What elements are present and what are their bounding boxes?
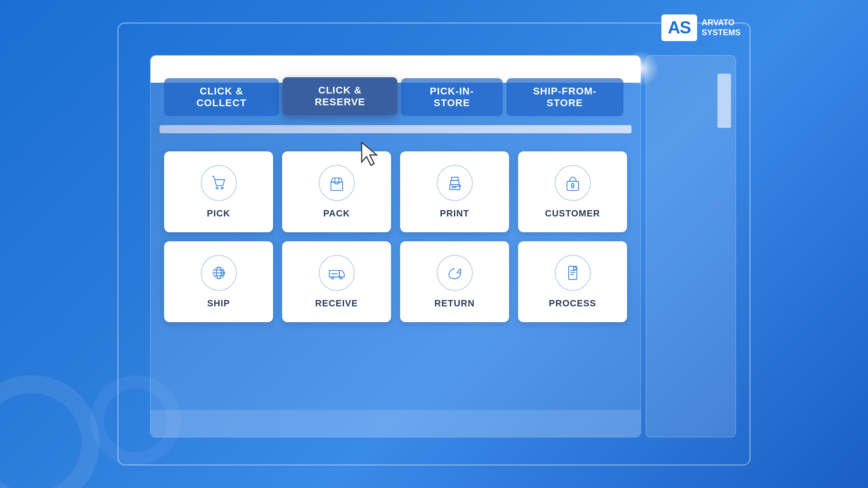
tile-ship[interactable]: SHIP: [164, 241, 273, 322]
svg-rect-4: [450, 185, 460, 190]
tile-customer[interactable]: CUSTOMER: [518, 151, 627, 232]
tile-pack[interactable]: PACK: [282, 151, 391, 232]
outer-frame: AS ARVATO SYSTEMS CLICK & COLLECT CLICK …: [118, 23, 750, 465]
tile-return[interactable]: RETURN: [400, 241, 509, 322]
tab-pick-in-store[interactable]: PICK-IN-STORE: [401, 78, 502, 116]
process-label: PROCESS: [549, 298, 596, 309]
tab-click-reserve[interactable]: CLICK & RESERVE: [283, 77, 398, 115]
bag-icon: [555, 165, 591, 201]
document-icon: [555, 255, 591, 291]
tab-click-collect[interactable]: CLICK & COLLECT: [164, 78, 279, 116]
tile-pick[interactable]: PICK: [164, 151, 273, 232]
tile-receive[interactable]: RECEIVE: [282, 241, 391, 322]
globe-arrow-icon: [201, 255, 237, 291]
logo: AS ARVATO SYSTEMS: [661, 14, 741, 41]
tile-print[interactable]: PRINT: [400, 151, 509, 232]
customer-label: CUSTOMER: [545, 208, 600, 219]
svg-rect-2: [331, 182, 343, 190]
tab-navigation: CLICK & COLLECT CLICK & RESERVE PICK-IN-…: [151, 78, 641, 116]
bottom-bar: [151, 410, 641, 437]
ship-label: SHIP: [207, 298, 230, 309]
pack-label: PACK: [323, 208, 350, 219]
main-panel: CLICK & COLLECT CLICK & RESERVE PICK-IN-…: [150, 55, 641, 437]
function-grid: PICK PACK: [151, 142, 641, 331]
svg-point-0: [216, 187, 218, 189]
cart-icon: [201, 165, 237, 201]
svg-rect-21: [568, 266, 576, 279]
return-label: RETURN: [434, 298, 475, 309]
logo-company-name: ARVATO SYSTEMS: [702, 18, 741, 38]
tab-ship-from-store[interactable]: SHIP-FROM-STORE: [506, 78, 623, 116]
box-icon: [319, 165, 355, 201]
receive-label: RECEIVE: [315, 298, 358, 309]
logo-as-badge: AS: [661, 14, 697, 41]
svg-rect-5: [451, 177, 458, 180]
scrollbar-thumb[interactable]: [717, 74, 731, 128]
print-label: PRINT: [440, 208, 469, 219]
tile-process[interactable]: PROCESS: [518, 241, 627, 322]
truck-icon: [319, 255, 355, 291]
pick-label: PICK: [207, 208, 231, 219]
return-icon: [437, 255, 473, 291]
svg-point-10: [571, 183, 574, 186]
svg-point-1: [221, 187, 223, 189]
printer-icon: [437, 165, 473, 201]
right-panel: [646, 55, 736, 437]
progress-bar: [160, 125, 632, 133]
